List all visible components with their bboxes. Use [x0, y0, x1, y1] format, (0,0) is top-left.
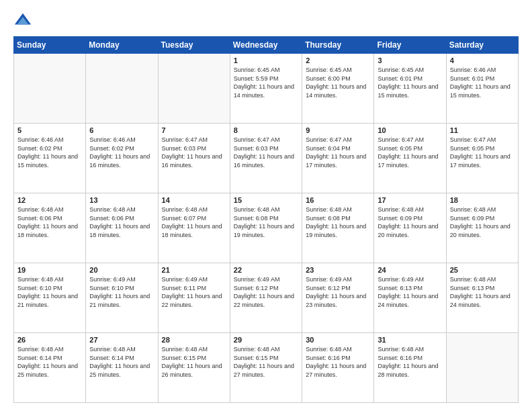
day-info: Sunrise: 6:48 AMSunset: 6:08 PMDaylight:…	[234, 205, 298, 239]
day-cell: 11Sunrise: 6:47 AMSunset: 6:05 PMDayligh…	[446, 124, 518, 193]
day-info: Sunrise: 6:47 AMSunset: 6:03 PMDaylight:…	[162, 136, 226, 169]
day-info: Sunrise: 6:48 AMSunset: 6:16 PMDaylight:…	[378, 345, 442, 379]
day-info: Sunrise: 6:48 AMSunset: 6:14 PMDaylight:…	[89, 345, 154, 379]
day-cell: 20Sunrise: 6:49 AMSunset: 6:10 PMDayligh…	[86, 263, 158, 333]
day-number: 25	[450, 266, 515, 274]
day-cell: 31Sunrise: 6:48 AMSunset: 6:16 PMDayligh…	[374, 333, 446, 403]
day-number: 9	[306, 126, 370, 134]
day-number: 8	[234, 126, 298, 134]
day-info: Sunrise: 6:48 AMSunset: 6:10 PMDaylight:…	[17, 275, 82, 309]
day-number: 19	[17, 266, 82, 274]
weekday-header-monday: Monday	[86, 37, 158, 54]
day-cell: 1Sunrise: 6:45 AMSunset: 5:59 PMDaylight…	[230, 54, 302, 124]
page: SundayMondayTuesdayWednesdayThursdayFrid…	[0, 0, 532, 411]
calendar-table: SundayMondayTuesdayWednesdayThursdayFrid…	[13, 36, 519, 403]
day-cell: 27Sunrise: 6:48 AMSunset: 6:14 PMDayligh…	[86, 333, 158, 403]
header	[13, 11, 519, 30]
day-cell: 3Sunrise: 6:45 AMSunset: 6:01 PMDaylight…	[374, 54, 446, 124]
day-cell: 23Sunrise: 6:49 AMSunset: 6:12 PMDayligh…	[302, 263, 374, 333]
day-number: 12	[17, 196, 82, 204]
day-cell: 29Sunrise: 6:48 AMSunset: 6:15 PMDayligh…	[230, 333, 302, 403]
day-cell: 13Sunrise: 6:48 AMSunset: 6:06 PMDayligh…	[86, 193, 158, 263]
day-number: 15	[234, 196, 298, 204]
day-number: 26	[17, 336, 82, 344]
day-info: Sunrise: 6:48 AMSunset: 6:07 PMDaylight:…	[162, 205, 226, 239]
day-number: 4	[450, 56, 515, 64]
day-cell: 10Sunrise: 6:47 AMSunset: 6:05 PMDayligh…	[374, 124, 446, 193]
week-row-2: 5Sunrise: 6:46 AMSunset: 6:02 PMDaylight…	[14, 124, 519, 193]
day-cell	[158, 54, 230, 124]
day-info: Sunrise: 6:48 AMSunset: 6:06 PMDaylight:…	[89, 205, 154, 239]
day-cell: 18Sunrise: 6:48 AMSunset: 6:09 PMDayligh…	[446, 193, 518, 263]
day-info: Sunrise: 6:48 AMSunset: 6:16 PMDaylight:…	[306, 345, 370, 379]
day-number: 30	[306, 336, 370, 344]
day-info: Sunrise: 6:48 AMSunset: 6:14 PMDaylight:…	[17, 345, 82, 379]
day-cell: 21Sunrise: 6:49 AMSunset: 6:11 PMDayligh…	[158, 263, 230, 333]
day-info: Sunrise: 6:45 AMSunset: 6:01 PMDaylight:…	[378, 66, 442, 99]
day-cell: 5Sunrise: 6:46 AMSunset: 6:02 PMDaylight…	[14, 124, 86, 193]
day-number: 11	[450, 126, 515, 134]
logo-icon	[13, 11, 32, 30]
weekday-header-tuesday: Tuesday	[158, 37, 230, 54]
week-row-4: 19Sunrise: 6:48 AMSunset: 6:10 PMDayligh…	[14, 263, 519, 333]
day-info: Sunrise: 6:48 AMSunset: 6:13 PMDaylight:…	[450, 275, 515, 309]
day-info: Sunrise: 6:47 AMSunset: 6:05 PMDaylight:…	[450, 136, 515, 169]
day-number: 1	[234, 56, 298, 64]
day-number: 20	[89, 266, 154, 274]
day-cell: 16Sunrise: 6:48 AMSunset: 6:08 PMDayligh…	[302, 193, 374, 263]
day-number: 18	[450, 196, 515, 204]
day-number: 27	[89, 336, 154, 344]
day-info: Sunrise: 6:47 AMSunset: 6:03 PMDaylight:…	[234, 136, 298, 169]
calendar-body: 1Sunrise: 6:45 AMSunset: 5:59 PMDaylight…	[14, 54, 519, 403]
day-cell: 12Sunrise: 6:48 AMSunset: 6:06 PMDayligh…	[14, 193, 86, 263]
day-cell: 6Sunrise: 6:46 AMSunset: 6:02 PMDaylight…	[86, 124, 158, 193]
day-number: 16	[306, 196, 370, 204]
day-cell: 9Sunrise: 6:47 AMSunset: 6:04 PMDaylight…	[302, 124, 374, 193]
week-row-3: 12Sunrise: 6:48 AMSunset: 6:06 PMDayligh…	[14, 193, 519, 263]
day-info: Sunrise: 6:49 AMSunset: 6:13 PMDaylight:…	[378, 275, 442, 309]
week-row-1: 1Sunrise: 6:45 AMSunset: 5:59 PMDaylight…	[14, 54, 519, 124]
logo	[13, 11, 35, 30]
day-info: Sunrise: 6:46 AMSunset: 6:02 PMDaylight:…	[17, 136, 82, 169]
day-cell: 24Sunrise: 6:49 AMSunset: 6:13 PMDayligh…	[374, 263, 446, 333]
day-info: Sunrise: 6:49 AMSunset: 6:12 PMDaylight:…	[234, 275, 298, 309]
weekday-header-saturday: Saturday	[446, 37, 518, 54]
day-cell: 25Sunrise: 6:48 AMSunset: 6:13 PMDayligh…	[446, 263, 518, 333]
day-number: 28	[162, 336, 226, 344]
day-info: Sunrise: 6:48 AMSunset: 6:06 PMDaylight:…	[17, 205, 82, 239]
day-info: Sunrise: 6:45 AMSunset: 5:59 PMDaylight:…	[234, 66, 298, 99]
day-number: 10	[378, 126, 442, 134]
day-cell: 30Sunrise: 6:48 AMSunset: 6:16 PMDayligh…	[302, 333, 374, 403]
day-number: 21	[162, 266, 226, 274]
day-cell: 19Sunrise: 6:48 AMSunset: 6:10 PMDayligh…	[14, 263, 86, 333]
day-cell: 15Sunrise: 6:48 AMSunset: 6:08 PMDayligh…	[230, 193, 302, 263]
day-info: Sunrise: 6:47 AMSunset: 6:04 PMDaylight:…	[306, 136, 370, 169]
day-cell: 22Sunrise: 6:49 AMSunset: 6:12 PMDayligh…	[230, 263, 302, 333]
day-info: Sunrise: 6:45 AMSunset: 6:00 PMDaylight:…	[306, 66, 370, 99]
day-cell	[14, 54, 86, 124]
day-cell: 26Sunrise: 6:48 AMSunset: 6:14 PMDayligh…	[14, 333, 86, 403]
day-number: 24	[378, 266, 442, 274]
weekday-header-thursday: Thursday	[302, 37, 374, 54]
day-number: 31	[378, 336, 442, 344]
day-cell	[446, 333, 518, 403]
weekday-header-friday: Friday	[374, 37, 446, 54]
day-info: Sunrise: 6:48 AMSunset: 6:09 PMDaylight:…	[450, 205, 515, 239]
day-info: Sunrise: 6:48 AMSunset: 6:09 PMDaylight:…	[378, 205, 442, 239]
day-info: Sunrise: 6:49 AMSunset: 6:12 PMDaylight:…	[306, 275, 370, 309]
day-cell: 17Sunrise: 6:48 AMSunset: 6:09 PMDayligh…	[374, 193, 446, 263]
day-number: 3	[378, 56, 442, 64]
day-info: Sunrise: 6:47 AMSunset: 6:05 PMDaylight:…	[378, 136, 442, 169]
calendar-header: SundayMondayTuesdayWednesdayThursdayFrid…	[14, 37, 519, 54]
day-number: 2	[306, 56, 370, 64]
day-info: Sunrise: 6:46 AMSunset: 6:01 PMDaylight:…	[450, 66, 515, 99]
week-row-5: 26Sunrise: 6:48 AMSunset: 6:14 PMDayligh…	[14, 333, 519, 403]
weekday-header-sunday: Sunday	[14, 37, 86, 54]
day-number: 23	[306, 266, 370, 274]
day-cell	[86, 54, 158, 124]
day-cell: 14Sunrise: 6:48 AMSunset: 6:07 PMDayligh…	[158, 193, 230, 263]
day-number: 13	[89, 196, 154, 204]
day-cell: 8Sunrise: 6:47 AMSunset: 6:03 PMDaylight…	[230, 124, 302, 193]
day-info: Sunrise: 6:49 AMSunset: 6:11 PMDaylight:…	[162, 275, 226, 309]
weekday-row: SundayMondayTuesdayWednesdayThursdayFrid…	[14, 37, 519, 54]
